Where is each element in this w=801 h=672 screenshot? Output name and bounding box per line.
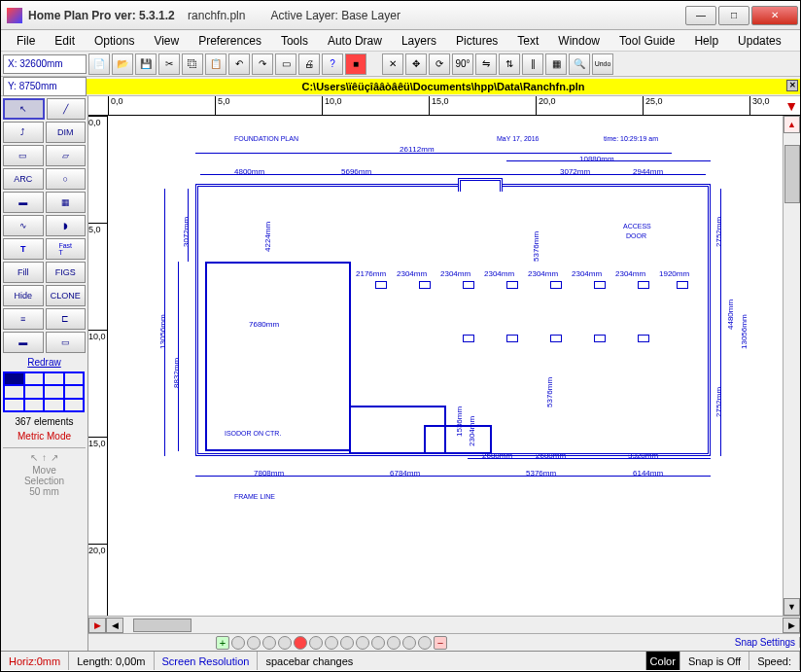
copy-icon[interactable]: ⿻ bbox=[182, 53, 203, 75]
rotate-icon[interactable]: ⟳ bbox=[429, 53, 450, 75]
select-icon[interactable]: ▭ bbox=[275, 53, 296, 75]
window-tool[interactable]: ▬ bbox=[3, 332, 44, 353]
cut-icon[interactable]: ✂ bbox=[158, 53, 180, 75]
arrow-n-icon[interactable]: ↑ bbox=[42, 452, 47, 463]
zoom-out-button[interactable]: − bbox=[434, 636, 447, 650]
paste-icon[interactable]: 📋 bbox=[205, 53, 226, 75]
polyline-tool[interactable]: ⤴ bbox=[3, 122, 44, 143]
snap-settings-button[interactable]: Snap Settings bbox=[731, 637, 800, 648]
drawing-canvas[interactable]: FOUNDATION PLAN MaY 17, 2016 time: 10:29… bbox=[108, 116, 783, 616]
status-snap[interactable]: Snap is Off bbox=[680, 652, 749, 670]
status-resolution[interactable]: Screen Resolution bbox=[155, 652, 259, 670]
curve-tool[interactable]: ∿ bbox=[3, 215, 44, 236]
zoom-dot[interactable] bbox=[309, 636, 323, 650]
move-icon[interactable]: ✥ bbox=[405, 53, 427, 75]
text-tool[interactable]: T bbox=[3, 238, 44, 260]
menu-toolguide[interactable]: Tool Guide bbox=[611, 32, 682, 50]
zoom-dot[interactable] bbox=[371, 636, 385, 650]
zoom-dot[interactable] bbox=[278, 636, 292, 650]
menu-view[interactable]: View bbox=[146, 32, 187, 50]
scroll-thumb-h[interactable] bbox=[133, 619, 192, 632]
flip-icon[interactable]: ⇅ bbox=[499, 53, 520, 75]
layer-tool[interactable]: ▭ bbox=[46, 332, 87, 353]
color-palette[interactable] bbox=[3, 371, 85, 412]
clone-tool[interactable]: CLONE bbox=[46, 285, 87, 306]
door-tool[interactable]: ◗ bbox=[46, 215, 87, 236]
stop-icon[interactable]: ■ bbox=[345, 53, 366, 75]
menu-options[interactable]: Options bbox=[87, 32, 142, 50]
zoom-dot[interactable] bbox=[387, 636, 400, 650]
dim-tool[interactable]: DIM bbox=[46, 122, 87, 143]
hide-tool[interactable]: Hide bbox=[3, 285, 44, 306]
fill-tool[interactable]: Fill bbox=[3, 262, 44, 283]
scroll-left-marker-icon[interactable]: ▶ bbox=[88, 618, 106, 633]
scroll-track-h[interactable] bbox=[123, 618, 783, 633]
mirror-icon[interactable]: ⇋ bbox=[475, 53, 497, 75]
ruler-marker-icon[interactable]: ▼ bbox=[784, 98, 798, 114]
menu-file[interactable]: File bbox=[9, 32, 43, 50]
measure-tool[interactable]: ⊏ bbox=[46, 308, 87, 330]
close-button[interactable]: ✕ bbox=[751, 6, 798, 25]
arrow-ne-icon[interactable]: ↗ bbox=[51, 452, 58, 463]
path-close-icon[interactable]: ✕ bbox=[786, 80, 798, 91]
open-icon[interactable]: 📂 bbox=[112, 53, 133, 75]
zoom-dot[interactable] bbox=[418, 636, 432, 650]
scroll-thumb-v[interactable] bbox=[784, 145, 800, 203]
status-color[interactable]: Color bbox=[646, 652, 680, 670]
zoom-in-button[interactable]: + bbox=[216, 636, 229, 650]
arrow-nw-icon[interactable]: ↖ bbox=[30, 452, 38, 463]
palette-sel[interactable] bbox=[4, 372, 24, 385]
menu-layers[interactable]: Layers bbox=[394, 32, 444, 50]
align-icon[interactable]: ‖ bbox=[522, 53, 543, 75]
delete-icon[interactable]: ✕ bbox=[382, 53, 403, 75]
pointer-tool[interactable]: ↖ bbox=[3, 98, 45, 120]
undo-icon[interactable]: ↶ bbox=[228, 53, 250, 75]
maximize-button[interactable]: □ bbox=[718, 6, 749, 25]
zoom-dot[interactable] bbox=[231, 636, 245, 650]
circle-tool[interactable]: ○ bbox=[46, 168, 87, 190]
undo2-icon[interactable]: Undo bbox=[592, 53, 613, 75]
new-icon[interactable]: 📄 bbox=[88, 53, 110, 75]
scroll-right-icon[interactable]: ▶ bbox=[783, 618, 800, 633]
zoom-dot[interactable] bbox=[247, 636, 261, 650]
menu-updates[interactable]: Updates bbox=[730, 32, 789, 50]
pan-tool[interactable]: ≡ bbox=[3, 308, 44, 330]
redraw-button[interactable]: Redraw bbox=[3, 355, 86, 370]
wall-tool[interactable]: ▬ bbox=[3, 192, 44, 213]
zoom-icon[interactable]: 🔍 bbox=[569, 53, 590, 75]
scroll-up-icon[interactable]: ▲ bbox=[784, 116, 800, 133]
menu-tools[interactable]: Tools bbox=[273, 32, 316, 50]
menu-help[interactable]: Help bbox=[686, 32, 726, 50]
zoom-dot[interactable] bbox=[340, 636, 354, 650]
zoom-dot[interactable] bbox=[262, 636, 276, 650]
zoom-dot[interactable] bbox=[356, 636, 369, 650]
scrollbar-vertical[interactable]: ▲ ▼ bbox=[783, 116, 800, 616]
hatch-tool[interactable]: ▦ bbox=[46, 192, 87, 213]
scroll-left-icon[interactable]: ◀ bbox=[106, 618, 123, 633]
save-icon[interactable]: 💾 bbox=[135, 53, 157, 75]
minimize-button[interactable]: — bbox=[685, 6, 716, 25]
print-icon[interactable]: 🖨 bbox=[298, 53, 320, 75]
redo-icon[interactable]: ↷ bbox=[252, 53, 273, 75]
zoom-dot-current[interactable] bbox=[294, 636, 307, 650]
fast-text-tool[interactable]: Fast T bbox=[46, 238, 87, 260]
menu-preferences[interactable]: Preferences bbox=[191, 32, 269, 50]
zoom-dot[interactable] bbox=[325, 636, 338, 650]
help-icon[interactable]: ? bbox=[322, 53, 343, 75]
grid-icon[interactable]: ▦ bbox=[545, 53, 567, 75]
rect-tool[interactable]: ▭ bbox=[3, 145, 44, 166]
arc-tool[interactable]: ARC bbox=[3, 168, 44, 190]
menu-window[interactable]: Window bbox=[550, 32, 608, 50]
menu-autodraw[interactable]: Auto Draw bbox=[320, 32, 390, 50]
metric-mode[interactable]: Metric Mode bbox=[3, 429, 86, 443]
menu-edit[interactable]: Edit bbox=[47, 32, 83, 50]
zoom-dot[interactable] bbox=[402, 636, 416, 650]
rotate90-icon[interactable]: 90° bbox=[452, 53, 473, 75]
menu-pictures[interactable]: Pictures bbox=[448, 32, 505, 50]
shape-tool[interactable]: ▱ bbox=[46, 145, 87, 166]
line-tool[interactable]: ╱ bbox=[47, 98, 87, 120]
menu-text[interactable]: Text bbox=[509, 32, 546, 50]
scroll-down-icon[interactable]: ▼ bbox=[784, 598, 800, 616]
scrollbar-horizontal[interactable]: ▶ ◀ ▶ bbox=[88, 616, 800, 633]
figs-tool[interactable]: FIGS bbox=[46, 262, 87, 283]
